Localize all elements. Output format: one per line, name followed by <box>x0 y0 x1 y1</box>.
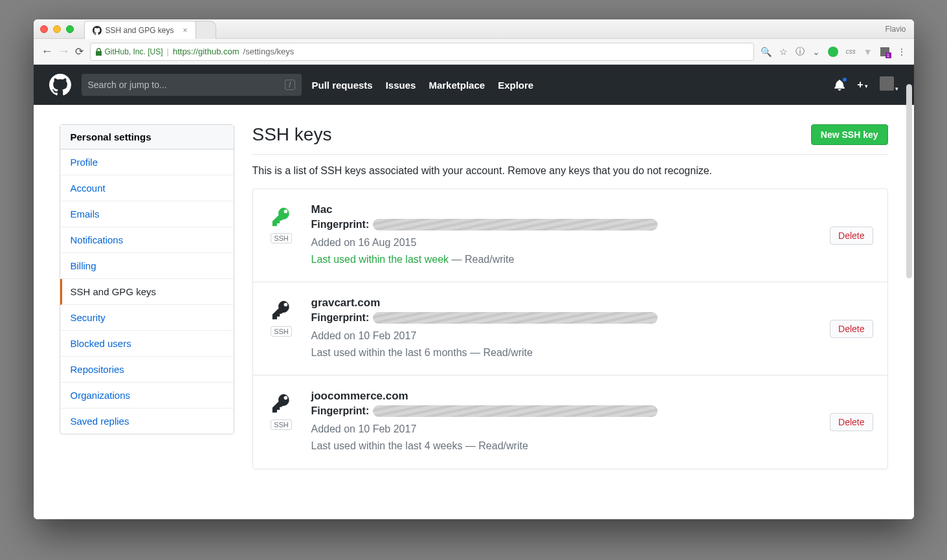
lock-icon: GitHub, Inc. [US] <box>96 47 163 56</box>
bookmark-star-icon[interactable]: ☆ <box>779 47 788 57</box>
settings-sidebar: Personal settings ProfileAccountEmailsNo… <box>60 124 234 434</box>
key-last-used: Last used within the last week — Read/wr… <box>311 251 815 268</box>
ssh-type-badge: SSH <box>271 326 292 337</box>
key-actions: Delete <box>830 320 873 338</box>
create-new-dropdown[interactable]: +▾ <box>857 79 867 91</box>
sidebar-item-saved-replies[interactable]: Saved replies <box>60 409 234 434</box>
page-scrollbar[interactable] <box>906 84 912 278</box>
new-ssh-key-button[interactable]: New SSH key <box>811 124 888 145</box>
fingerprint-label: Fingerprint: <box>311 312 370 324</box>
zoom-icon[interactable]: 🔍 <box>761 47 772 57</box>
reload-button[interactable]: ⟳ <box>75 45 84 58</box>
fingerprint-label: Fingerprint: <box>311 405 370 417</box>
window-controls <box>40 25 74 33</box>
key-icon <box>271 299 293 321</box>
ssh-type-badge: SSH <box>271 420 292 430</box>
nav-marketplace[interactable]: Marketplace <box>429 80 485 91</box>
sidebar-item-ssh-and-gpg-keys[interactable]: SSH and GPG keys <box>60 279 234 305</box>
key-icon <box>271 206 293 228</box>
nav-issues[interactable]: Issues <box>386 80 416 91</box>
search-placeholder: Search or jump to... <box>88 80 167 90</box>
sidebar-item-notifications[interactable]: Notifications <box>60 227 234 253</box>
page-title: SSH keys <box>252 124 332 145</box>
key-icon-column: SSH <box>267 297 296 337</box>
browser-tab-active[interactable]: SSH and GPG keys × <box>84 21 196 39</box>
ssh-key-row: SSH Mac Fingerprint: Added on 16 Aug 201… <box>253 189 887 282</box>
github-search-input[interactable]: Search or jump to... / <box>82 74 302 96</box>
delete-key-button[interactable]: Delete <box>830 320 873 338</box>
extension-vue-icon[interactable]: ▼ <box>863 47 873 57</box>
search-slash-hint: / <box>285 80 295 90</box>
main-header: SSH keys New SSH key <box>252 124 888 155</box>
extension-css-icon[interactable]: css <box>846 48 856 55</box>
cert-org: GitHub, Inc. [US] <box>105 47 163 56</box>
notification-dot <box>841 76 848 83</box>
key-name: joocommerce.com <box>311 390 815 403</box>
notifications-bell-icon[interactable] <box>834 79 845 91</box>
new-tab-button[interactable] <box>195 21 216 39</box>
extension-badge-icon[interactable]: 1 <box>880 47 889 56</box>
key-added-date: Added on 10 Feb 2017 <box>311 328 815 344</box>
github-logo-icon[interactable] <box>49 74 71 96</box>
sidebar-header: Personal settings <box>60 125 234 150</box>
key-actions: Delete <box>830 227 873 245</box>
key-icon-column: SSH <box>267 390 296 430</box>
fingerprint-line: Fingerprint: <box>311 312 815 324</box>
delete-key-button[interactable]: Delete <box>830 413 873 431</box>
key-icon-column: SSH <box>267 203 296 243</box>
mac-titlebar: SSH and GPG keys × Flavio <box>34 19 914 39</box>
minimize-window-button[interactable] <box>53 25 61 33</box>
chrome-profile-name[interactable]: Flavio <box>885 25 906 34</box>
browser-toolbar: ← → ⟳ GitHub, Inc. [US] | https://github… <box>34 39 914 65</box>
fingerprint-line: Fingerprint: <box>311 405 815 417</box>
ssh-type-badge: SSH <box>271 233 292 243</box>
pocket-icon[interactable]: ⌄ <box>812 47 820 57</box>
url-host: https://github.com <box>173 47 240 56</box>
ssh-key-row: SSH joocommerce.com Fingerprint: Added o… <box>253 375 887 468</box>
key-actions: Delete <box>830 413 873 431</box>
avatar <box>880 76 894 91</box>
browser-window: SSH and GPG keys × Flavio ← → ⟳ GitHub, … <box>34 19 914 519</box>
key-last-used: Last used within the last 4 weeks — Read… <box>311 438 815 454</box>
sidebar-item-security[interactable]: Security <box>60 305 234 331</box>
browser-tabs: SSH and GPG keys × <box>84 20 216 38</box>
nav-pull-requests[interactable]: Pull requests <box>312 80 373 91</box>
extension-green-icon[interactable] <box>828 47 838 57</box>
maximize-window-button[interactable] <box>66 25 74 33</box>
ssh-key-list: SSH Mac Fingerprint: Added on 16 Aug 201… <box>252 188 888 469</box>
close-window-button[interactable] <box>40 25 48 33</box>
sidebar-item-billing[interactable]: Billing <box>60 253 234 279</box>
nav-explore[interactable]: Explore <box>498 80 533 91</box>
browser-toolbar-icons: 🔍 ☆ ⓘ ⌄ css ▼ 1 ⋮ <box>761 46 906 58</box>
back-button[interactable]: ← <box>41 45 52 58</box>
info-icon[interactable]: ⓘ <box>796 46 805 58</box>
address-bar[interactable]: GitHub, Inc. [US] | https://github.com/s… <box>90 43 754 61</box>
tab-close-icon[interactable]: × <box>183 26 188 35</box>
fingerprint-label: Fingerprint: <box>311 219 370 230</box>
github-header-right: +▾ ▾ <box>834 76 898 93</box>
sidebar-item-blocked-users[interactable]: Blocked users <box>60 331 234 357</box>
key-details: joocommerce.com Fingerprint: Added on 10… <box>311 390 815 454</box>
tab-title: SSH and GPG keys <box>106 26 174 35</box>
sidebar-item-profile[interactable]: Profile <box>60 150 234 175</box>
key-name: Mac <box>311 203 815 216</box>
key-added-date: Added on 16 Aug 2015 <box>311 234 815 251</box>
url-path: /settings/keys <box>243 47 295 56</box>
sidebar-item-account[interactable]: Account <box>60 175 234 201</box>
key-name: gravcart.com <box>311 297 815 309</box>
delete-key-button[interactable]: Delete <box>830 227 873 245</box>
key-last-used: Last used within the last 6 months — Rea… <box>311 344 815 361</box>
fingerprint-redacted <box>373 405 658 417</box>
sidebar-item-emails[interactable]: Emails <box>60 201 234 227</box>
key-details: Mac Fingerprint: Added on 16 Aug 2015 La… <box>311 203 815 267</box>
user-menu[interactable]: ▾ <box>880 76 898 93</box>
github-nav: Pull requests Issues Marketplace Explore <box>312 80 534 91</box>
page-description: This is a list of SSH keys associated wi… <box>252 165 888 177</box>
forward-button[interactable]: → <box>58 45 69 58</box>
ssh-key-row: SSH gravcart.com Fingerprint: Added on 1… <box>253 282 887 375</box>
sidebar-item-repositories[interactable]: Repositories <box>60 357 234 383</box>
fingerprint-line: Fingerprint: <box>311 219 815 230</box>
main-content: SSH keys New SSH key This is a list of S… <box>252 124 888 519</box>
sidebar-item-organizations[interactable]: Organizations <box>60 383 234 409</box>
chrome-menu-icon[interactable]: ⋮ <box>897 47 906 57</box>
